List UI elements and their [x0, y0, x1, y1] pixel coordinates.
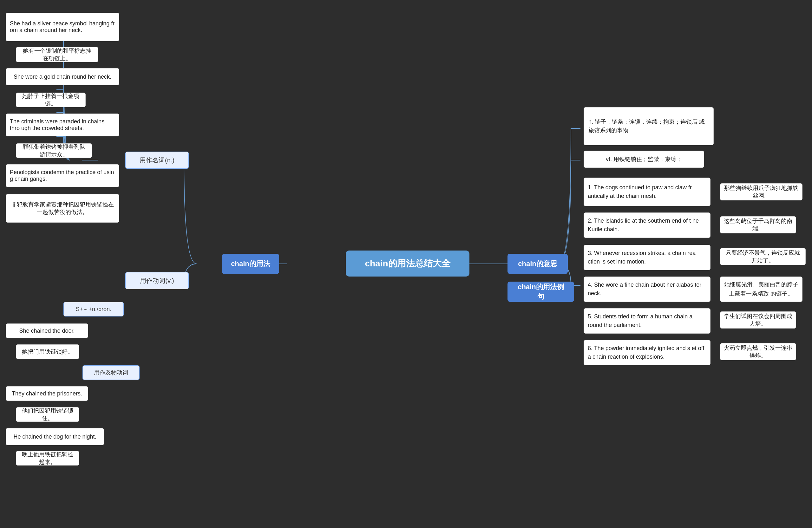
noun-en1: She had a silver peace symbol hanging fr… [6, 13, 119, 41]
noun-zh2: 她脖子上挂着一根金项链。 [16, 92, 86, 107]
verb-branch-node: 用作动词(v.) [125, 272, 189, 289]
meaning-n-node: n. 链子，链条；连锁，连续；拘束；连锁店 或旅馆系列的事物 [584, 107, 714, 145]
example-zh5: 学生们试图在议会四周围成人墙。 [720, 311, 796, 328]
noun-branch-node: 用作名词(n.) [125, 151, 189, 169]
example-zh3: 只要经济不景气，连锁反应就开始了。 [720, 248, 806, 265]
example-en1: 1. The dogs continued to paw and claw fr… [584, 178, 710, 206]
transitive-verb-node: 用作及物动词 [83, 365, 140, 380]
noun-en4: Penologists condemn the practice of usin… [6, 164, 119, 187]
example-zh4: 她细腻光滑、美丽白皙的脖子上戴着一条精致 的链子。 [720, 277, 802, 302]
verb-en2: They chained the prisoners. [6, 386, 88, 401]
example-en4: 4. She wore a fine chain about her alaba… [584, 277, 710, 302]
meaning-node: chain的意思 [508, 254, 568, 274]
noun-zh1: 她有一个银制的和平标志挂在项链上。 [16, 47, 98, 62]
example-en6: 6. The powder immediately ignited and s … [584, 340, 710, 365]
example-zh1: 那些狗继续用爪子疯狂地抓铁丝网。 [720, 183, 802, 201]
central-node: chain的用法总结大全 [346, 250, 469, 277]
usage-node: chain的用法 [222, 254, 279, 274]
example-zh6: 火药立即点燃，引发一连串爆炸。 [720, 343, 796, 360]
example-en2: 2. The islands lie at the southern end o… [584, 212, 710, 238]
noun-zh4: 罪犯教育学家谴责那种把囚犯用铁链拴在一起做苦役的做法。 [6, 194, 119, 223]
verb-en3: He chained the dog for the night. [6, 428, 104, 445]
verb-zh2: 他们把囚犯用铁链锁住。 [16, 407, 79, 422]
noun-zh3: 罪犯带着镣铐被押着列队游街示众。 [16, 143, 92, 158]
verb-zh3: 晚上他用铁链把狗拴起来。 [16, 451, 79, 466]
example-en3: 3. Whenever recession strikes, a chain r… [584, 245, 710, 270]
noun-en2: She wore a gold chain round her neck. [6, 68, 119, 85]
example-node: chain的用法例句 [508, 282, 574, 302]
verb-pattern-node: S+～+n./pron. [63, 302, 124, 317]
verb-en1: She chained the door. [6, 323, 88, 338]
mindmap-container: chain的用法总结大全 chain的用法 用作名词(n.) She had a… [0, 0, 812, 528]
meaning-vt-node: vt. 用铁链锁住；监禁，束缚； [584, 151, 704, 168]
verb-zh1: 她把门用铁链锁好。 [16, 344, 79, 359]
example-zh2: 这些岛屿位于千岛群岛的南端。 [720, 216, 796, 233]
example-en5: 5. Students tried to form a human chain … [584, 308, 710, 334]
noun-en3: The criminals were paraded in chains thr… [6, 114, 119, 136]
